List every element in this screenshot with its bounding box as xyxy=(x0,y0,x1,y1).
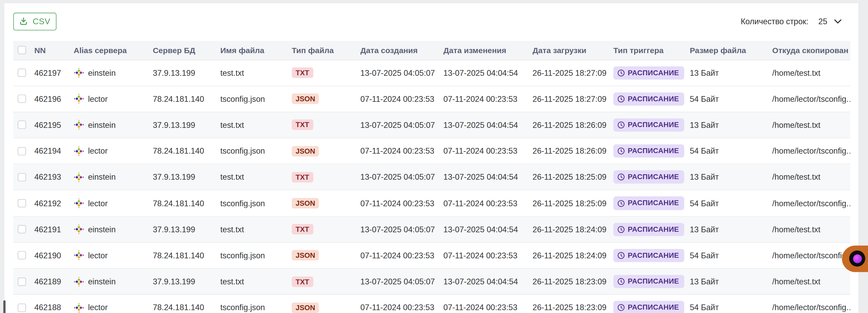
row-checkbox-cell xyxy=(13,277,34,286)
created-date: 07-11-2024 00:23:53 xyxy=(361,199,444,208)
db-server-ip: 78.24.181.140 xyxy=(153,251,220,260)
row-checkbox[interactable] xyxy=(18,225,26,234)
files-table: NNAlias сервераСервер БДИмя файлаТип фай… xyxy=(13,41,850,313)
row-checkbox[interactable] xyxy=(18,303,26,312)
server-alias-label: lector xyxy=(88,251,107,260)
trigger-type-badge: РАСПИСАНИЕ xyxy=(613,197,684,210)
server-alias-cell: lector xyxy=(73,302,153,313)
row-checkbox[interactable] xyxy=(18,69,26,77)
modified-date: 07-11-2024 00:23:53 xyxy=(443,251,532,260)
server-alias-label: einstein xyxy=(88,225,116,234)
modified-date: 13-07-2025 04:04:54 xyxy=(443,277,532,286)
source-path: /home/test.txt xyxy=(772,173,850,181)
db-server-ip: 37.9.13.199 xyxy=(153,225,220,234)
trigger-type-badge: РАСПИСАНИЕ xyxy=(613,249,684,262)
trigger-type-badge: РАСПИСАНИЕ xyxy=(613,66,684,79)
modified-date: 13-07-2025 04:04:54 xyxy=(443,173,532,181)
row-checkbox[interactable] xyxy=(18,277,26,286)
uploaded-date: 26-11-2025 18:24:09 xyxy=(532,225,613,234)
chevron-down-icon xyxy=(834,19,841,24)
server-alias-cell: einstein xyxy=(73,276,153,287)
left-scrollbar-thumb[interactable] xyxy=(3,300,5,313)
centos-logo-icon xyxy=(73,302,84,313)
created-date: 13-07-2025 04:05:07 xyxy=(361,173,444,181)
trigger-type-cell: РАСПИСАНИЕ xyxy=(613,301,690,313)
trigger-type-cell: РАСПИСАНИЕ xyxy=(613,275,690,288)
uploaded-date: 26-11-2025 18:26:09 xyxy=(532,147,613,155)
trigger-type-cell: РАСПИСАНИЕ xyxy=(613,197,690,210)
file-type-badge: TXT xyxy=(292,67,313,78)
created-date: 13-07-2025 04:05:07 xyxy=(361,277,444,286)
server-alias-label: lector xyxy=(88,147,107,155)
centos-logo-icon xyxy=(73,120,84,130)
file-size: 13 Байт xyxy=(690,68,772,77)
file-type-badge: TXT xyxy=(292,224,313,235)
table-body: 462197 einstein37.9.13.199test.txtTXT13-… xyxy=(13,60,850,313)
file-name: test.txt xyxy=(220,120,292,130)
file-size: 54 Байт xyxy=(690,251,772,260)
clock-icon xyxy=(617,95,625,103)
trigger-type-cell: РАСПИСАНИЕ xyxy=(613,118,690,132)
row-checkbox[interactable] xyxy=(18,147,26,155)
db-server-ip: 78.24.181.140 xyxy=(153,95,220,103)
file-type-cell: TXT xyxy=(292,224,360,235)
trigger-type-badge: РАСПИСАНИЕ xyxy=(613,171,684,184)
column-header-trigger: Тип триггера xyxy=(613,45,690,55)
row-checkbox-cell xyxy=(13,173,34,181)
created-date: 13-07-2025 04:05:07 xyxy=(361,225,444,234)
file-type-cell: JSON xyxy=(292,146,360,156)
csv-button-label: CSV xyxy=(33,17,50,26)
server-alias-cell: lector xyxy=(73,94,153,104)
table-row: 462193 einstein37.9.13.199test.txtTXT13-… xyxy=(13,164,850,190)
created-date: 07-11-2024 00:23:53 xyxy=(361,95,444,103)
file-name: tsconfig.json xyxy=(220,199,292,208)
db-server-ip: 78.24.181.140 xyxy=(153,147,220,155)
rows-per-page-select[interactable]: 25 xyxy=(818,17,841,26)
file-type-badge: TXT xyxy=(292,276,313,287)
server-alias-cell: lector xyxy=(73,250,153,260)
row-id: 462188 xyxy=(34,303,74,312)
column-header-source_path: Откуда скопирован xyxy=(772,45,850,55)
trigger-type-label: РАСПИСАНИЕ xyxy=(628,303,679,313)
created-date: 07-11-2024 00:23:53 xyxy=(361,303,444,312)
csv-export-button[interactable]: CSV xyxy=(13,13,56,30)
clock-icon xyxy=(617,200,625,207)
row-checkbox-cell xyxy=(13,121,34,129)
rows-per-page-control: Количество строк: 25 xyxy=(741,16,841,27)
clock-icon xyxy=(617,225,625,233)
trigger-type-badge: РАСПИСАНИЕ xyxy=(613,275,684,288)
table-row: 462189 einstein37.9.13.199test.txtTXT13-… xyxy=(13,269,850,295)
uploaded-date: 26-11-2025 18:27:09 xyxy=(532,68,613,77)
trigger-type-cell: РАСПИСАНИЕ xyxy=(613,249,690,262)
created-date: 13-07-2025 04:05:07 xyxy=(361,68,444,77)
trigger-type-badge: РАСПИСАНИЕ xyxy=(613,92,684,105)
modified-date: 07-11-2024 00:23:53 xyxy=(443,303,532,312)
row-checkbox-cell xyxy=(13,225,34,234)
file-name: test.txt xyxy=(220,277,292,286)
row-checkbox[interactable] xyxy=(18,95,26,103)
file-size: 54 Байт xyxy=(690,95,772,103)
file-size: 13 Байт xyxy=(690,277,772,286)
file-size: 13 Байт xyxy=(690,225,772,234)
source-path: /home/test.txt xyxy=(772,120,850,130)
file-size: 54 Байт xyxy=(690,147,772,155)
row-checkbox[interactable] xyxy=(18,121,26,129)
row-checkbox[interactable] xyxy=(18,173,26,181)
assistant-widget-button[interactable] xyxy=(842,245,868,272)
row-checkbox-cell xyxy=(13,69,34,77)
row-id: 462191 xyxy=(34,225,74,234)
server-alias-cell: einstein xyxy=(73,67,153,78)
clock-icon xyxy=(617,278,625,285)
trigger-type-cell: РАСПИСАНИЕ xyxy=(613,144,690,158)
file-size: 54 Байт xyxy=(690,199,772,208)
centos-logo-icon xyxy=(73,250,84,260)
centos-logo-icon xyxy=(73,276,84,287)
centos-logo-icon xyxy=(73,224,84,235)
select-all-checkbox[interactable] xyxy=(18,46,26,54)
column-header-alias: Alias сервера xyxy=(73,45,153,55)
row-checkbox[interactable] xyxy=(18,251,26,259)
created-date: 13-07-2025 04:05:07 xyxy=(361,120,444,130)
file-type-badge: JSON xyxy=(292,146,319,156)
clock-icon xyxy=(617,251,625,259)
row-checkbox[interactable] xyxy=(18,199,26,208)
